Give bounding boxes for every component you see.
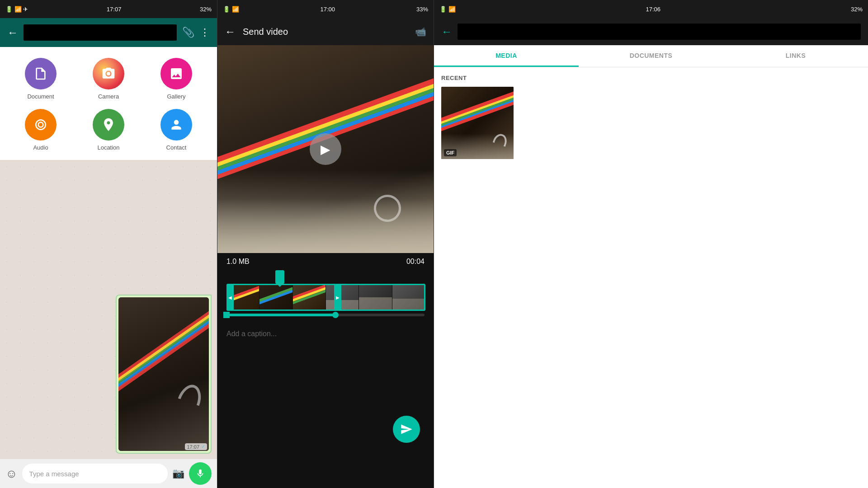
message-placeholder: Type a message (29, 470, 79, 478)
filmstrip: ◀ ▶ (226, 284, 425, 311)
status-time-2: 17:00 (321, 6, 335, 13)
camera-label: Camera (98, 93, 119, 100)
back-arrow-3-icon[interactable]: ← (441, 25, 452, 38)
more-options-icon[interactable]: ⋮ (200, 27, 210, 38)
back-arrow-2-icon[interactable]: ← (225, 25, 236, 38)
panel-chat: 🔋 📶 ✈ 17:07 32% ← 📎 ⋮ Document Camera Ga (0, 0, 217, 488)
attachment-document[interactable]: Document (9, 58, 72, 100)
media-picker-top-bar: ← (434, 18, 868, 45)
status-left-2: 🔋 📶 (223, 6, 239, 13)
caption-area[interactable]: Add a caption... (217, 321, 434, 488)
scrubber-thumb[interactable] (275, 270, 284, 284)
attachment-gallery[interactable]: Gallery (145, 58, 208, 100)
audio-circle (25, 109, 57, 141)
tab-media[interactable]: MEDIA (434, 45, 579, 67)
status-left-icons: 🔋 📶 ✈ (5, 6, 28, 13)
trim-handle-right[interactable]: ▶ (334, 284, 341, 311)
attachment-icon[interactable]: 📎 (182, 27, 194, 38)
video-camera-icon[interactable]: 📹 (415, 26, 426, 37)
attachment-camera[interactable]: Camera (77, 58, 140, 100)
chat-area: 17:07 ✓ (0, 160, 217, 459)
attachment-location[interactable]: Location (77, 109, 140, 151)
status-left-3: 🔋 📶 (439, 6, 456, 13)
message-text-input[interactable]: Type a message (22, 464, 168, 483)
filmstrip-frame-4 (326, 284, 359, 311)
tab-documents-label: DOCUMENTS (630, 52, 673, 59)
message-input-bar: ☺ Type a message 📷 (0, 459, 217, 488)
status-bar-2: 🔋 📶 17:00 33% (217, 0, 434, 18)
tab-links[interactable]: LINKS (723, 45, 868, 67)
send-video-title: Send video (243, 27, 408, 37)
filmstrip-frame-3 (293, 284, 326, 311)
recent-section: RECENT GIF (434, 67, 868, 163)
camera-circle (93, 58, 124, 89)
attachment-contact[interactable]: Contact (145, 109, 208, 151)
video-info-bar: 1.0 MB 00:04 (217, 253, 434, 270)
message-image (118, 297, 209, 451)
attachment-audio[interactable]: Audio (9, 109, 72, 151)
recent-label: RECENT (441, 75, 861, 81)
gallery-label: Gallery (167, 93, 185, 100)
battery-2: 33% (416, 6, 428, 13)
contact-circle (160, 109, 192, 141)
document-label: Document (27, 93, 54, 100)
video-duration: 00:04 (406, 258, 425, 266)
play-button[interactable]: ▶ (310, 133, 341, 165)
progress-right-handle[interactable] (332, 312, 339, 318)
panel-send-video: 🔋 📶 17:00 33% ← Send video 📹 ▶ 1.0 MB (217, 0, 434, 488)
mic-button[interactable] (189, 462, 212, 485)
progress-left-handle[interactable] (223, 312, 230, 318)
filmstrip-frame-2 (259, 284, 292, 311)
back-arrow-icon[interactable]: ← (7, 26, 18, 39)
battery-1: 32% (200, 6, 212, 13)
gif-badge: GIF (444, 149, 457, 156)
message-time: 17:07 ✓ (185, 443, 207, 450)
emoji-button[interactable]: ☺ (5, 467, 18, 481)
audio-label: Audio (33, 144, 48, 151)
contact-name-bar (24, 24, 177, 41)
media-picker-title-bar (458, 23, 861, 40)
thumb-image-1 (441, 87, 514, 159)
message-bubble: 17:07 ✓ (116, 295, 212, 454)
attachment-menu: Document Camera Gallery Audio Location (0, 47, 217, 160)
status-time-3: 17:06 (646, 6, 661, 13)
document-circle (25, 58, 57, 89)
caption-placeholder: Add a caption... (226, 330, 277, 338)
tab-documents[interactable]: DOCUMENTS (579, 45, 723, 67)
status-bar-3: 🔋 📶 17:06 32% (434, 0, 868, 18)
chat-top-bar: ← 📎 ⋮ (0, 18, 217, 47)
video-preview[interactable]: ▶ (217, 45, 434, 253)
tab-media-label: MEDIA (495, 52, 517, 59)
status-bar-1: 🔋 📶 ✈ 17:07 32% (0, 0, 217, 18)
status-time-1: 17:07 (107, 6, 122, 13)
location-circle (93, 109, 124, 141)
file-size: 1.0 MB (226, 258, 250, 266)
tab-links-label: LINKS (786, 52, 806, 59)
panel-media-picker: 🔋 📶 17:06 32% ← MEDIA DOCUMENTS LINKS RE… (434, 0, 868, 488)
time-text: 17:07 (187, 444, 199, 450)
location-label: Location (97, 144, 119, 151)
media-grid: GIF (441, 87, 861, 159)
media-thumbnail-1[interactable]: GIF (441, 87, 514, 159)
read-receipt: ✓ (201, 444, 205, 450)
battery-3: 32% (851, 6, 863, 13)
scrubber-container[interactable]: ◀ ▶ (217, 270, 434, 321)
media-tabs-bar: MEDIA DOCUMENTS LINKS (434, 45, 868, 67)
gallery-circle (160, 58, 192, 89)
filmstrip-frame-6 (392, 284, 425, 311)
send-video-top-bar: ← Send video 📹 (217, 18, 434, 45)
camera-input-button[interactable]: 📷 (172, 468, 184, 479)
send-button[interactable] (393, 416, 420, 443)
contact-label: Contact (166, 144, 187, 151)
filmstrip-frame-5 (359, 284, 392, 311)
trim-handle-left[interactable]: ◀ (226, 284, 234, 311)
